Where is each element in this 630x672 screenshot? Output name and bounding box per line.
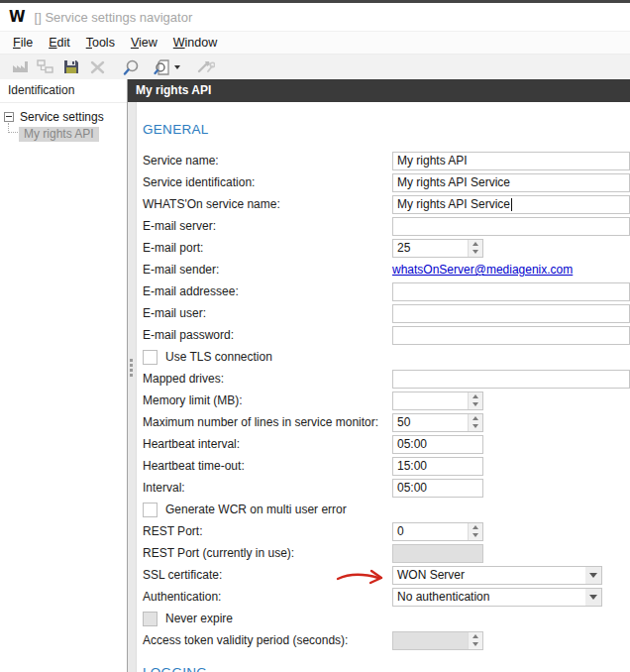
email-port-control: 25 (392, 239, 630, 258)
tree-item-service-settings[interactable]: Service settings (0, 109, 127, 124)
up-triangle-icon (472, 394, 478, 398)
dropdown-arrow-icon (589, 595, 597, 600)
email-server-input[interactable] (392, 217, 630, 236)
panel-splitter[interactable] (128, 102, 137, 672)
authentication-dropdown-button[interactable] (585, 589, 601, 606)
interval-label: Interval: (143, 481, 392, 495)
generate-wcr-checkbox[interactable] (143, 503, 158, 517)
window-title: [] Service settings navigator (35, 10, 193, 25)
delete-icon (84, 56, 110, 77)
service-identification-input[interactable]: My rights API Service (392, 173, 630, 192)
form-row-access-token-validity: Access token validity period (seconds): (143, 629, 630, 651)
spin-down-icon[interactable] (469, 531, 482, 540)
memory-limit-spinner[interactable] (468, 392, 482, 409)
service-identification-label: Service identification: (143, 175, 392, 189)
rest-port-control: 0 (392, 522, 630, 541)
form-row-service-identification: Service identification:My rights API Ser… (143, 171, 630, 193)
rest-port-input[interactable]: 0 (392, 522, 483, 541)
navigation-tree: Service settings My rights API (0, 103, 127, 142)
general-form: GENERAL Service name:My rights APIServic… (137, 102, 630, 672)
save-icon[interactable] (58, 56, 84, 77)
form-row-generate-wcr: Generate WCR on multi user error (143, 499, 630, 520)
max-lines-service-monitor-spinner[interactable] (468, 414, 482, 431)
rest-port-label: REST Port: (143, 524, 392, 538)
menu-view[interactable]: View (123, 34, 165, 52)
max-lines-service-monitor-control: 50 (392, 413, 630, 432)
ssl-certificate-label: SSL certificate: (143, 568, 392, 582)
title-bar: W [] Service settings navigator (0, 0, 630, 32)
down-triangle-icon (472, 642, 478, 646)
rest-port-value: 0 (397, 524, 404, 538)
toolbar (0, 55, 630, 80)
menu-window[interactable]: Window (165, 34, 225, 52)
app-logo: W (9, 8, 25, 26)
search-icon[interactable] (118, 56, 144, 77)
interval-input[interactable]: 05:00 (392, 479, 483, 498)
email-password-input[interactable] (392, 326, 630, 345)
email-password-label: E-mail password: (143, 328, 392, 342)
up-triangle-icon (472, 416, 478, 420)
up-triangle-icon (472, 525, 478, 529)
heartbeat-timeout-input[interactable]: 15:00 (392, 457, 483, 476)
rest-port-spinner[interactable] (468, 523, 482, 540)
access-token-validity-input (392, 631, 483, 650)
search-document-icon[interactable] (150, 56, 183, 77)
spin-up-icon[interactable] (469, 523, 482, 532)
authentication-dropdown[interactable]: No authentication (392, 588, 602, 607)
spin-down-icon[interactable] (469, 248, 482, 257)
spin-up-icon[interactable] (469, 632, 482, 641)
whatson-service-name-input[interactable]: My rights API Service (392, 195, 630, 214)
access-token-validity-control (392, 631, 630, 650)
tree-item-my-rights-api[interactable]: My rights API (19, 127, 99, 142)
service-name-input[interactable]: My rights API (392, 152, 630, 170)
spin-up-icon[interactable] (469, 414, 482, 423)
form-row-heartbeat-timeout: Heartbeat time-out:15:00 (143, 455, 630, 477)
form-row-service-name: Service name:My rights API (143, 150, 630, 171)
email-port-label: E-mail port: (143, 241, 392, 255)
menu-edit[interactable]: Edit (41, 34, 78, 52)
spin-up-icon[interactable] (469, 240, 482, 249)
up-triangle-icon (472, 634, 478, 638)
form-rows: Service name:My rights APIService identi… (143, 150, 630, 651)
mapped-drives-label: Mapped drives: (143, 372, 392, 386)
ssl-certificate-dropdown-button[interactable] (585, 567, 601, 584)
menu-tools[interactable]: Tools (78, 34, 123, 52)
hierarchy-icon (33, 56, 58, 77)
form-row-email-password: E-mail password: (143, 324, 630, 346)
tree-collapse-icon[interactable] (4, 112, 14, 122)
spin-up-icon[interactable] (469, 392, 482, 401)
rest-port-current-control (392, 544, 630, 563)
tree-connector-line (8, 123, 18, 133)
access-token-validity-spinner[interactable] (468, 632, 482, 649)
heartbeat-timeout-label: Heartbeat time-out: (143, 459, 392, 473)
never-expire-checkbox (143, 612, 158, 626)
memory-limit-input[interactable] (392, 392, 483, 410)
service-identification-value: My rights API Service (397, 175, 510, 189)
authentication-label: Authentication: (143, 590, 392, 604)
menu-file[interactable]: File (5, 34, 41, 52)
spin-down-icon[interactable] (469, 640, 482, 649)
spin-down-icon[interactable] (469, 400, 482, 409)
email-port-input[interactable]: 25 (392, 239, 483, 258)
mapped-drives-input[interactable] (392, 370, 630, 389)
heartbeat-interval-input[interactable]: 05:00 (392, 435, 483, 454)
email-sender-link[interactable]: whatsOnServer@mediagenix.com (392, 263, 573, 277)
form-row-use-tls: Use TLS connection (143, 346, 630, 368)
toolbar-dropdown-caret-icon[interactable] (174, 65, 180, 69)
email-addressee-input[interactable] (392, 282, 630, 301)
memory-limit-label: Memory limit (MB): (143, 393, 392, 407)
heartbeat-timeout-control: 15:00 (392, 457, 630, 476)
spin-down-icon[interactable] (469, 422, 482, 431)
ssl-certificate-dropdown[interactable]: WON Server (392, 566, 602, 585)
form-row-email-server: E-mail server: (143, 215, 630, 237)
max-lines-service-monitor-input[interactable]: 50 (392, 413, 483, 432)
email-sender-label: E-mail sender: (143, 263, 392, 277)
up-triangle-icon (472, 242, 478, 246)
email-sender-control: whatsOnServer@mediagenix.com (392, 263, 630, 277)
form-row-email-user: E-mail user: (143, 302, 630, 324)
sidebar-header: Identification (0, 79, 127, 103)
use-tls-checkbox[interactable] (143, 350, 158, 365)
email-user-input[interactable] (392, 304, 630, 323)
email-port-spinner[interactable] (468, 240, 482, 257)
form-row-heartbeat-interval: Heartbeat interval:05:00 (143, 433, 630, 455)
